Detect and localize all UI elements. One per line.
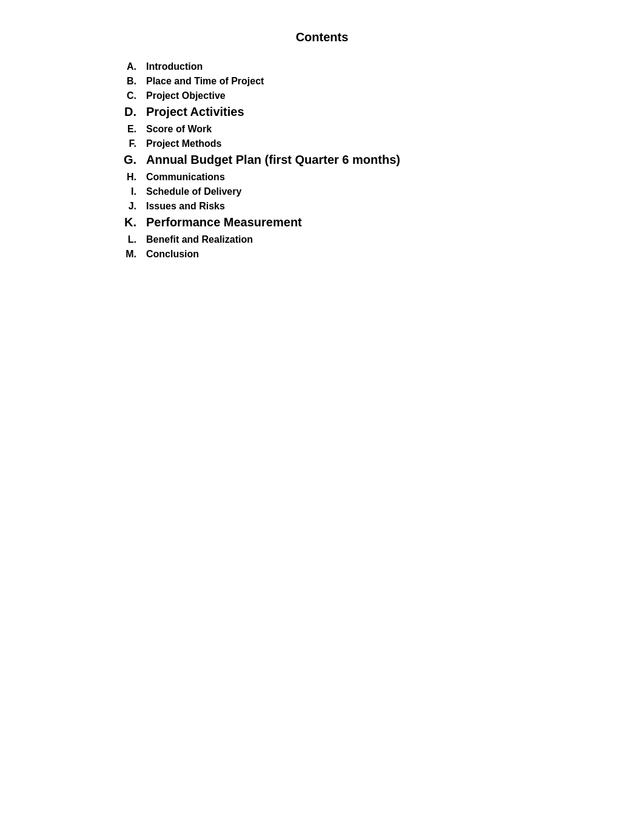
toc-label-g: Annual Budget Plan (first Quarter 6 mont… [146, 153, 400, 167]
toc-label-d: Project Activities [146, 105, 244, 119]
toc-letter-h: H. [110, 172, 146, 183]
page-title: Contents [110, 30, 534, 44]
toc-item-l: L.Benefit and Realization [110, 234, 534, 245]
toc-label-j: Issues and Risks [146, 201, 225, 212]
toc-item-g: G.Annual Budget Plan (first Quarter 6 mo… [110, 153, 534, 167]
toc-letter-m: M. [110, 249, 146, 260]
toc-label-a: Introduction [146, 61, 203, 72]
toc-item-m: M.Conclusion [110, 249, 534, 260]
toc-label-b: Place and Time of Project [146, 76, 264, 87]
toc-label-h: Communications [146, 172, 225, 183]
toc-item-e: E.Score of Work [110, 124, 534, 135]
toc-item-f: F.Project Methods [110, 138, 534, 149]
toc-letter-c: C. [110, 90, 146, 101]
toc-item-c: C.Project Objective [110, 90, 534, 101]
toc-item-j: J.Issues and Risks [110, 201, 534, 212]
toc-list: A.IntroductionB.Place and Time of Projec… [110, 61, 534, 260]
page-container: Contents A.IntroductionB.Place and Time … [86, 18, 558, 835]
toc-letter-i: I. [110, 186, 146, 197]
toc-item-k: K.Performance Measurement [110, 215, 534, 229]
toc-item-d: D.Project Activities [110, 105, 534, 119]
toc-letter-j: J. [110, 201, 146, 212]
toc-letter-a: A. [110, 61, 146, 72]
toc-item-b: B.Place and Time of Project [110, 76, 534, 87]
toc-letter-k: K. [110, 215, 146, 229]
toc-label-k: Performance Measurement [146, 215, 302, 229]
toc-label-f: Project Methods [146, 138, 221, 149]
toc-letter-e: E. [110, 124, 146, 135]
toc-letter-f: F. [110, 138, 146, 149]
toc-label-l: Benefit and Realization [146, 234, 253, 245]
toc-label-c: Project Objective [146, 90, 226, 101]
toc-letter-g: G. [110, 153, 146, 167]
toc-item-i: I.Schedule of Delivery [110, 186, 534, 197]
toc-item-h: H.Communications [110, 172, 534, 183]
toc-letter-l: L. [110, 234, 146, 245]
toc-label-e: Score of Work [146, 124, 212, 135]
toc-item-a: A.Introduction [110, 61, 534, 72]
toc-letter-b: B. [110, 76, 146, 87]
toc-label-i: Schedule of Delivery [146, 186, 241, 197]
toc-letter-d: D. [110, 105, 146, 119]
toc-label-m: Conclusion [146, 249, 199, 260]
